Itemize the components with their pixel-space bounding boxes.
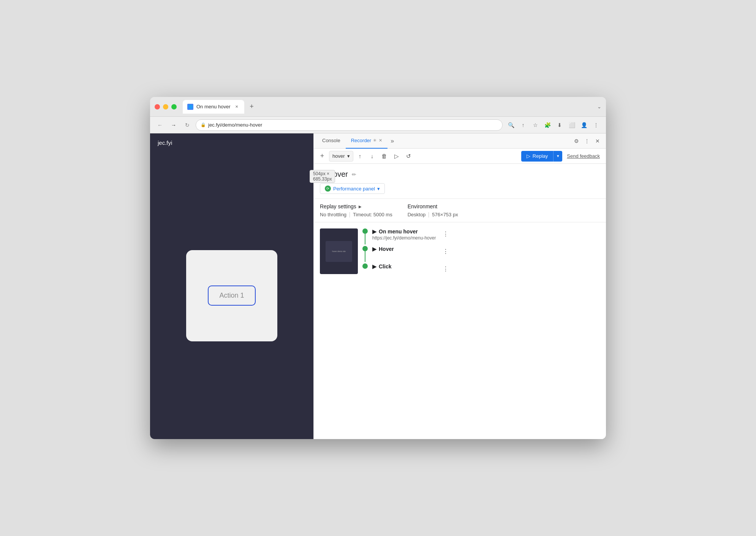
step-navigate-title[interactable]: ▶ On menu hover <box>372 228 436 235</box>
step-thumbnail-area: hover demo site <box>320 228 358 276</box>
settings-divider <box>350 212 350 217</box>
step-navigate-more-icon[interactable]: ⋮ <box>440 228 451 239</box>
forward-button[interactable]: → <box>168 120 179 130</box>
recording-title-row: hover ✏ <box>320 170 600 179</box>
environment-title: Environment <box>408 203 458 209</box>
step-navigate-expand-icon: ▶ <box>372 228 376 235</box>
share-icon[interactable]: ↑ <box>518 120 528 130</box>
step-click-expand-icon: ▶ <box>372 263 376 270</box>
profile-icon[interactable]: 👤 <box>579 120 589 130</box>
close-traffic-light[interactable] <box>155 104 160 109</box>
edit-recording-icon[interactable]: ✏ <box>352 171 356 178</box>
perf-icon: ⟳ <box>325 186 331 192</box>
main-content: 504px × 685.33px jec.fyi Action 1 Consol… <box>150 133 606 439</box>
devtools-close-icon[interactable]: ✕ <box>592 136 603 146</box>
replay-settings-detail: No throttling Timeout: 5000 ms <box>320 212 392 217</box>
recording-select[interactable]: hover ▾ <box>329 151 353 162</box>
step-hover-info: ▶ Hover <box>372 246 436 252</box>
lock-icon: 🔒 <box>201 122 206 127</box>
action-button[interactable]: Action 1 <box>208 285 255 306</box>
step-group-navigate: hover demo site <box>320 228 600 276</box>
replay-dropdown-button[interactable]: ▾ <box>553 151 562 162</box>
new-tab-button[interactable]: + <box>246 101 258 113</box>
recorder-tab-close[interactable]: ✕ <box>379 138 382 143</box>
send-feedback-link[interactable]: Send feedback <box>564 153 603 159</box>
traffic-lights <box>155 104 177 109</box>
table-row: ▶ Click ⋮ <box>362 263 451 274</box>
step-hover-more-icon[interactable]: ⋮ <box>440 246 451 257</box>
steps-area: hover demo site <box>314 222 606 439</box>
devtools-main: hover ✏ ⟳ Performance panel ▾ <box>314 164 606 439</box>
environment-detail: Desktop 576×753 px <box>408 212 458 217</box>
browser-window: 🌐 On menu hover ✕ + ⌄ ← → ↻ 🔒 jec.fyi/de… <box>150 97 606 439</box>
tab-recorder[interactable]: Recorder ✳ ✕ <box>346 133 387 149</box>
back-button[interactable]: ← <box>155 120 165 130</box>
site-name: jec.fyi <box>158 140 172 146</box>
environment-col: Environment Desktop 576×753 px <box>408 203 458 217</box>
play-step-button[interactable]: ▷ <box>391 151 402 162</box>
thumb-inner: hover demo site <box>326 241 352 262</box>
perf-panel-label: Performance panel <box>333 186 375 192</box>
performance-panel-button[interactable]: ⟳ Performance panel ▾ <box>320 183 385 194</box>
devtools-topbar: Console Recorder ✳ ✕ » ⚙ ⋮ ✕ <box>314 133 606 149</box>
devtools-more-options-icon[interactable]: ⋮ <box>582 136 592 146</box>
extension2-icon[interactable]: ⬇ <box>554 120 565 130</box>
step-thumbnail: hover demo site <box>320 228 358 274</box>
tab-title: On menu hover <box>196 104 231 109</box>
refresh-button[interactable]: ↻ <box>182 120 193 130</box>
delete-recording-button[interactable]: 🗑 <box>379 151 390 162</box>
environment-value: Desktop <box>408 212 426 217</box>
devtools-settings-icon[interactable]: ⚙ <box>571 136 582 146</box>
step-connector-1 <box>362 228 368 244</box>
recording-select-value: hover <box>332 153 345 159</box>
more-icon[interactable]: ⋮ <box>591 120 601 130</box>
upload-recording-button[interactable]: ↑ <box>355 151 365 162</box>
bookmark-icon[interactable]: ☆ <box>530 120 541 130</box>
tab-console[interactable]: Console <box>317 133 346 149</box>
size-badge: 504px × 685.33px <box>310 170 335 183</box>
tab-favicon: 🌐 <box>187 104 193 110</box>
step-connector-3 <box>362 263 368 269</box>
step-click-more-icon[interactable]: ⋮ <box>440 263 451 274</box>
recorder-toolbar: + hover ▾ ↑ ↓ 🗑 ▷ ↺ ▷ Replay ▾ Send fee <box>314 149 606 164</box>
add-recording-button[interactable]: + <box>317 151 327 162</box>
step-click-title[interactable]: ▶ Click <box>372 263 436 270</box>
webpage-area: 504px × 685.33px jec.fyi Action 1 <box>150 133 313 439</box>
address-bar[interactable]: 🔒 jec.fyi/demo/menu-hover <box>196 119 503 131</box>
step-click-info: ▶ Click <box>372 263 436 270</box>
devtools-panel: Console Recorder ✳ ✕ » ⚙ ⋮ ✕ + hover ▾ <box>313 133 606 439</box>
replay-settings-expand-icon: ▶ <box>359 205 362 209</box>
step-hover-expand-icon: ▶ <box>372 246 376 252</box>
step-navigate-info: ▶ On menu hover https://jec.fyi/demo/men… <box>372 228 436 241</box>
window-controls: ⌄ <box>597 104 601 109</box>
devtools-more-tabs[interactable]: » <box>387 138 397 144</box>
recording-header: hover ✏ ⟳ Performance panel ▾ <box>314 164 606 199</box>
step-hover-title[interactable]: ▶ Hover <box>372 246 436 252</box>
minimize-traffic-light[interactable] <box>163 104 168 109</box>
search-icon[interactable]: 🔍 <box>506 120 516 130</box>
steps-list: ▶ On menu hover https://jec.fyi/demo/men… <box>362 228 451 276</box>
card: Action 1 <box>186 250 277 341</box>
extensions-icon[interactable]: 🧩 <box>542 120 553 130</box>
webpage-header: jec.fyi <box>150 133 313 152</box>
replay-play-icon: ▷ <box>527 153 530 159</box>
replay-settings-button[interactable]: ↺ <box>403 151 414 162</box>
browser-tab[interactable]: 🌐 On menu hover ✕ <box>183 100 244 114</box>
connector-line-1 <box>365 234 365 244</box>
thumb-text: hover demo site <box>332 250 346 252</box>
step-dot-1 <box>362 228 368 234</box>
maximize-traffic-light[interactable] <box>171 104 177 109</box>
replay-button[interactable]: ▷ Replay <box>521 151 553 162</box>
tab-close-button[interactable]: ✕ <box>234 104 240 110</box>
replay-settings-title[interactable]: Replay settings ▶ <box>320 203 392 209</box>
cast-icon[interactable]: ⬜ <box>566 120 577 130</box>
download-recording-button[interactable]: ↓ <box>367 151 378 162</box>
connector-line-2 <box>365 251 365 262</box>
tab-bar: 🌐 On menu hover ✕ + <box>183 100 594 114</box>
env-divider <box>429 212 429 217</box>
table-row: ▶ Hover ⋮ <box>362 246 451 262</box>
step-navigate-label: On menu hover <box>379 228 418 235</box>
step-navigate-url: https://jec.fyi/demo/menu-hover <box>372 235 436 241</box>
replay-settings-col: Replay settings ▶ No throttling Timeout:… <box>320 203 392 217</box>
step-dot-2 <box>362 246 368 251</box>
